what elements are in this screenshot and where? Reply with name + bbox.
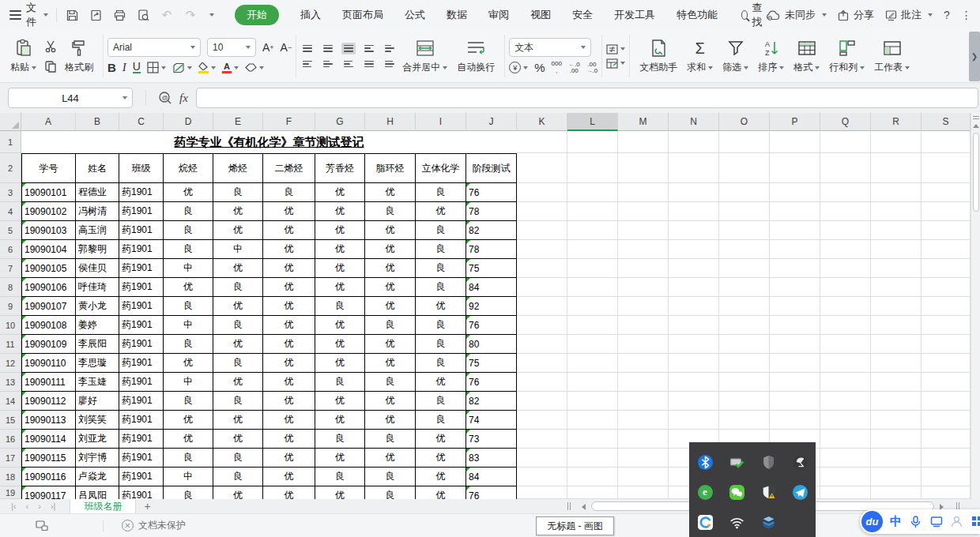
cell-L11[interactable] — [567, 335, 618, 354]
cell-O5[interactable] — [719, 221, 770, 240]
cell-L12[interactable] — [567, 354, 618, 373]
conditional-format-button[interactable] — [606, 44, 625, 54]
cell-O2[interactable] — [719, 153, 770, 183]
row-header-19[interactable]: 19 — [0, 486, 21, 499]
cell-S6[interactable] — [922, 240, 971, 259]
cell-J17[interactable]: 83 — [466, 449, 517, 468]
cell-A11[interactable]: 19090109 — [21, 335, 76, 354]
cell-C4[interactable]: 药1901 — [119, 202, 164, 221]
cell-O13[interactable] — [719, 373, 770, 392]
next-sheet-button[interactable]: › — [38, 501, 41, 511]
cell-G19[interactable]: 优 — [315, 486, 365, 499]
cell-M16[interactable] — [618, 430, 669, 449]
scroll-left-arrow[interactable] — [582, 504, 586, 510]
cell-M13[interactable] — [618, 373, 669, 392]
cell-R6[interactable] — [871, 240, 922, 259]
cell-P2[interactable] — [770, 153, 820, 183]
cell-H4[interactable]: 良 — [365, 202, 416, 221]
cell-H13[interactable]: 良 — [365, 373, 416, 392]
cell-J5[interactable]: 82 — [466, 221, 517, 240]
distribute-button[interactable] — [383, 58, 397, 70]
cell-M10[interactable] — [618, 316, 669, 335]
cell-B4[interactable]: 冯树清 — [76, 202, 119, 221]
cell-E10[interactable]: 良 — [213, 316, 263, 335]
row-header-14[interactable]: 14 — [0, 392, 21, 411]
cell-M17[interactable] — [618, 449, 669, 468]
cell-I17[interactable]: 优 — [416, 449, 466, 468]
cell-I7[interactable]: 良 — [416, 259, 466, 278]
cell-K14[interactable] — [517, 392, 567, 411]
cell-B11[interactable]: 李辰阳 — [76, 335, 119, 354]
cell-N9[interactable] — [669, 297, 719, 316]
cell-N1[interactable] — [669, 131, 719, 153]
cell-I19[interactable]: 优 — [416, 486, 466, 499]
currency-button[interactable]: ¥ — [509, 62, 528, 73]
cell-D6[interactable]: 良 — [164, 240, 213, 259]
hscroll-split-left[interactable] — [567, 502, 571, 510]
help-button[interactable]: ? — [944, 9, 950, 21]
cell-C6[interactable]: 药1901 — [119, 240, 164, 259]
cell-P12[interactable] — [770, 354, 820, 373]
comment-button[interactable]: 批注 — [885, 8, 933, 22]
cell-O11[interactable] — [719, 335, 770, 354]
cell-A17[interactable]: 19090115 — [21, 449, 76, 468]
formula-input[interactable] — [196, 88, 978, 108]
cell-G5[interactable]: 优 — [315, 221, 365, 240]
cell-M7[interactable] — [618, 259, 669, 278]
cell-N15[interactable] — [669, 411, 719, 430]
cell-M18[interactable] — [618, 468, 669, 486]
column-header-M[interactable]: M — [618, 113, 669, 131]
cell-P6[interactable] — [770, 240, 820, 259]
cell-style-button[interactable] — [172, 62, 192, 73]
cell-G16[interactable]: 良 — [315, 430, 365, 449]
italic-button[interactable]: I — [122, 61, 126, 74]
cell-S8[interactable] — [922, 278, 971, 297]
row-header-3[interactable]: 3 — [0, 183, 21, 202]
wifi-icon[interactable] — [729, 515, 744, 530]
cell-A10[interactable]: 19090108 — [21, 316, 76, 335]
redo-button[interactable]: ↷ — [183, 8, 198, 22]
cell-L13[interactable] — [567, 373, 618, 392]
cell-O12[interactable] — [719, 354, 770, 373]
cell-K5[interactable] — [517, 221, 567, 240]
cell-D5[interactable]: 良 — [164, 221, 213, 240]
cell-O8[interactable] — [719, 278, 770, 297]
cell-J3[interactable]: 76 — [466, 183, 517, 202]
cell-K11[interactable] — [517, 335, 567, 354]
cell-C5[interactable]: 药1901 — [119, 221, 164, 240]
header-cell-E2[interactable]: 烯烃 — [213, 153, 263, 183]
cell-L15[interactable] — [567, 411, 618, 430]
cell-M14[interactable] — [618, 392, 669, 411]
vertical-scroll-thumb[interactable] — [973, 133, 979, 212]
cell-D11[interactable]: 良 — [164, 335, 213, 354]
cell-Q18[interactable] — [820, 468, 871, 486]
cell-N12[interactable] — [669, 354, 719, 373]
table-style-button[interactable] — [606, 58, 625, 69]
wechat-icon[interactable] — [729, 485, 744, 500]
justify-button[interactable] — [362, 58, 376, 70]
cell-S15[interactable] — [922, 411, 971, 430]
cell-K2[interactable] — [517, 153, 567, 183]
cell-J6[interactable]: 78 — [466, 240, 517, 259]
cell-R10[interactable] — [871, 316, 922, 335]
cell-L10[interactable] — [567, 316, 618, 335]
cell-R14[interactable] — [871, 392, 922, 411]
cell-L1[interactable] — [567, 131, 618, 153]
bluetooth-icon[interactable] — [698, 455, 713, 470]
cell-R5[interactable] — [871, 221, 922, 240]
ribbon-tab-6[interactable]: 审阅 — [488, 8, 509, 22]
cell-F4[interactable]: 优 — [263, 202, 315, 221]
row-header-8[interactable]: 8 — [0, 278, 21, 297]
header-cell-D2[interactable]: 烷烃 — [164, 153, 213, 183]
cell-M2[interactable] — [618, 153, 669, 183]
cell-L19[interactable] — [567, 486, 618, 499]
header-cell-H2[interactable]: 脂环烃 — [365, 153, 416, 183]
cell-A4[interactable]: 19090102 — [21, 202, 76, 221]
compass-app-icon[interactable] — [698, 515, 713, 530]
cell-F19[interactable]: 优 — [263, 486, 315, 499]
doc-assistant-button[interactable]: 文档助手 — [637, 36, 680, 76]
ribbon-tab-7[interactable]: 视图 — [530, 8, 551, 22]
cell-S4[interactable] — [922, 202, 971, 221]
print-preview-button[interactable] — [136, 8, 150, 22]
cell-H11[interactable]: 优 — [365, 335, 416, 354]
